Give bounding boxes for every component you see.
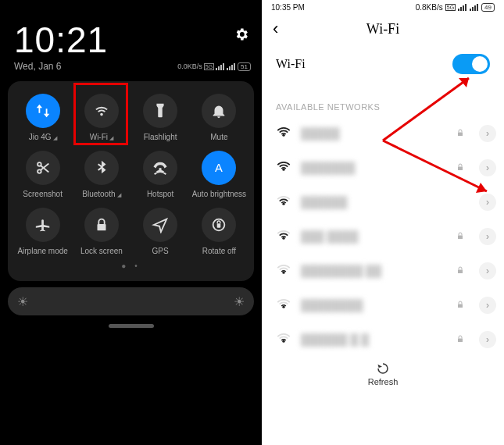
signal-icon-2 [227,63,236,70]
lock-icon [456,334,465,346]
tile-label: Bluetooth◢ [82,190,120,198]
sim-icon: 5G [204,63,214,70]
network-name: ███ ████ [301,230,446,243]
network-name: █████ [301,127,446,140]
quick-settings-panel: Jio 4G◢Wi-Fi◢FlashlightMuteScreenshotBlu… [8,81,254,281]
battery-indicator: 51 [238,62,251,71]
page-title: Wi-Fi [366,21,399,37]
network-detail-button[interactable]: › [479,125,496,142]
right-statusbar: 10:35 PM 0.8KB/s 5G 49 [262,0,504,15]
network-name: ██████ [301,196,465,208]
network-detail-button[interactable]: › [479,194,496,211]
tile-label: Lock screen [80,247,123,255]
network-row[interactable]: ██████› [262,185,504,219]
quick-settings-screen: 10:21 Wed, Jan 6 0.0KB/s 5G 51 Jio 4G◢Wi… [0,0,262,445]
battery-indicator: 49 [481,3,495,12]
bluetooth-icon [84,151,119,185]
wifi-master-row: Wi-Fi [262,43,504,82]
tile-rotate-lock[interactable]: Rotate off [191,205,248,257]
tile-label: Wi-Fi◢ [90,133,113,141]
sim-icon: 5G [445,4,456,11]
svg-rect-4 [97,224,105,230]
network-name: ██████ █ █ [301,333,446,346]
svg-rect-11 [458,304,463,308]
lock-icon [456,265,465,277]
network-row[interactable]: ███████› [262,151,504,185]
wifi-signal-icon [276,330,291,349]
svg-rect-9 [458,235,463,239]
page-dots: ● • [14,262,248,270]
network-name: ███████ [301,162,446,174]
wifi-signal-icon [276,124,291,143]
tile-data-swap[interactable]: Jio 4G◢ [14,91,71,143]
tile-bell[interactable]: Mute [191,91,248,143]
available-networks-header: AVAILABLE NETWORKS [262,82,504,116]
airplane-icon [26,208,60,242]
tile-scissors[interactable]: Screenshot [14,148,71,200]
svg-rect-8 [458,166,463,170]
status-time: 10:35 PM [271,3,305,12]
wifi-icon [84,94,119,128]
tile-auto-a[interactable]: AAuto brightness [191,148,248,200]
svg-point-0 [38,162,41,166]
wifi-signal-icon [276,193,291,212]
lock-icon [456,300,465,312]
network-row[interactable]: ███ ████› [262,219,504,254]
brightness-slider[interactable]: ☀ ☀ [8,287,254,315]
page-header: ‹ Wi-Fi [262,15,504,43]
network-detail-button[interactable]: › [479,262,496,279]
tile-airplane[interactable]: Airplane mode [14,205,71,257]
lock-icon [456,128,465,140]
tile-lock[interactable]: Lock screen [73,205,130,257]
network-detail-button[interactable]: › [479,331,496,348]
lock-icon [84,208,119,242]
network-name: ████████ [301,299,446,312]
rotate-lock-icon [202,208,236,242]
tile-flashlight[interactable]: Flashlight [132,91,189,143]
left-statusbar [0,0,262,11]
gear-icon[interactable] [234,27,249,45]
svg-rect-7 [458,132,463,136]
tile-hotspot[interactable]: Hotspot [132,148,189,200]
refresh-button[interactable]: Refresh [262,357,504,386]
refresh-label: Refresh [368,377,399,386]
network-detail-button[interactable]: › [479,159,496,176]
network-row[interactable]: ████████ ██› [262,254,504,288]
network-detail-button[interactable]: › [479,297,496,314]
network-row[interactable]: ████████› [262,288,504,322]
tile-bluetooth[interactable]: Bluetooth◢ [73,148,130,200]
tile-label: Mute [210,133,227,141]
wifi-toggle-label: Wi-Fi [276,57,306,71]
bell-icon [202,94,236,128]
svg-rect-10 [458,269,463,273]
wifi-signal-icon [276,158,291,177]
svg-point-1 [38,169,41,173]
back-button[interactable]: ‹ [273,19,278,39]
data-rate: 0.0KB/s [177,62,202,70]
lock-icon [456,231,465,243]
lock-date: Wed, Jan 6 [14,61,61,72]
tile-label: Rotate off [202,247,236,255]
signal-icon [458,4,467,11]
wifi-signal-icon [276,227,291,246]
tile-nav[interactable]: GPS [132,205,189,257]
wifi-settings-screen: 10:35 PM 0.8KB/s 5G 49 ‹ Wi-Fi Wi-Fi AVA… [262,0,504,445]
network-detail-button[interactable]: › [479,228,496,245]
tile-label: Auto brightness [192,190,247,198]
wifi-signal-icon [276,262,291,280]
network-row[interactable]: █████› [262,116,504,151]
svg-text:A: A [215,162,223,174]
tile-label: Screenshot [23,190,63,198]
network-name: ████████ ██ [301,265,446,277]
home-indicator [109,324,154,328]
wifi-toggle[interactable] [452,54,490,74]
data-swap-icon [26,94,60,128]
signal-icon-2 [470,4,479,11]
lock-clock: 10:21 [0,11,262,61]
network-list: █████›███████›██████›███ ████›████████ █… [262,116,504,357]
network-row[interactable]: ██████ █ █› [262,322,504,357]
nav-icon [143,208,177,242]
tile-wifi[interactable]: Wi-Fi◢ [73,91,130,143]
tile-label: GPS [152,247,169,255]
status-right-left: 0.0KB/s 5G 51 [177,62,251,71]
